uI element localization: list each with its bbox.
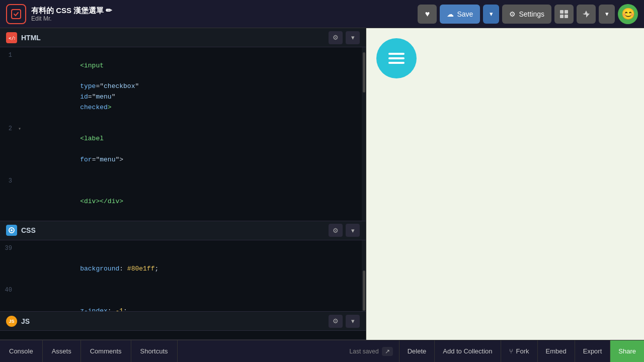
code-line: 3 <div></div> — [0, 176, 362, 218]
hamburger-icon — [388, 53, 405, 64]
js-panel: JS JS ⚙ ▾ — [0, 312, 366, 340]
header: 有料的 CSS 漢堡選單 ✏ Edit Mr. ♥ ☁ Save ▾ ⚙ Set… — [0, 0, 644, 28]
svg-point-7 — [11, 229, 13, 231]
css-panel-title: CSS — [21, 226, 36, 234]
html-panel: </> HTML ⚙ ▾ 1 <input — [0, 28, 366, 221]
css-lines[interactable]: 39 background: #80e1ff; 40 — [0, 240, 362, 311]
fork-button[interactable]: ⑂ Fork — [501, 340, 538, 362]
hamburger-line-3 — [388, 62, 405, 64]
grid-icon — [559, 10, 569, 19]
svg-rect-0 — [12, 10, 21, 19]
code-line: 40 z-index: -1; — [0, 285, 362, 311]
hamburger-line-1 — [388, 53, 405, 55]
console-label: Console — [9, 347, 33, 355]
share-button[interactable]: Share — [610, 340, 644, 362]
add-to-collection-button[interactable]: Add to Collection — [435, 340, 501, 362]
bottom-right-actions: Delete Add to Collection ⑂ Fork Embed Ex… — [399, 340, 644, 362]
svg-rect-3 — [560, 15, 564, 18]
comments-button[interactable]: Comments — [81, 340, 131, 362]
js-collapse-button[interactable]: ▾ — [346, 315, 360, 328]
html-icon: </> — [6, 32, 17, 43]
header-actions: ♥ ☁ Save ▾ ⚙ Settings ▾ 😊 — [418, 4, 638, 24]
open-external-button[interactable]: ↗ — [382, 347, 393, 356]
pin-icon — [582, 10, 591, 19]
code-line: 2 ▾ <label for="menu"> — [0, 124, 362, 176]
page-subtitle: Edit Mr. — [31, 15, 112, 22]
svg-rect-2 — [565, 10, 568, 14]
header-dropdown-button[interactable]: ▾ — [599, 5, 615, 24]
js-panel-title: JS — [21, 317, 30, 325]
layout-button[interactable] — [554, 5, 574, 24]
user-avatar-button[interactable]: 😊 — [618, 4, 638, 24]
bottom-toolbar: Console Assets Comments Shortcuts Last s… — [0, 340, 644, 362]
embed-button[interactable]: Embed — [538, 340, 575, 362]
gear-icon: ⚙ — [509, 10, 516, 18]
html-collapse-button[interactable]: ▾ — [346, 31, 360, 44]
css-settings-button[interactable]: ⚙ — [329, 224, 343, 237]
css-panel-header: CSS ⚙ ▾ — [0, 221, 366, 240]
delete-button[interactable]: Delete — [399, 340, 435, 362]
svg-text:</>: </> — [9, 36, 15, 41]
css-icon — [6, 225, 17, 236]
comments-label: Comments — [90, 347, 122, 355]
html-settings-button[interactable]: ⚙ — [329, 31, 343, 44]
fork-icon: ⑂ — [509, 347, 513, 355]
last-saved-status: Last saved ↗ — [350, 347, 393, 356]
code-panels: </> HTML ⚙ ▾ 1 <input — [0, 28, 366, 340]
code-line: 1 <input type="checkbox" id="menu" check… — [0, 50, 362, 124]
settings-button[interactable]: ⚙ Settings — [502, 5, 551, 24]
favorite-button[interactable]: ♥ — [418, 5, 437, 24]
cloud-icon: ☁ — [447, 10, 454, 18]
code-line: 39 background: #80e1ff; — [0, 243, 362, 285]
html-lines[interactable]: 1 <input type="checkbox" id="menu" check… — [0, 47, 362, 221]
page-title: 有料的 CSS 漢堡選單 ✏ — [31, 6, 112, 15]
save-button[interactable]: ☁ Save — [440, 5, 480, 24]
pin-button[interactable] — [577, 5, 596, 24]
html-scrollbar[interactable] — [362, 47, 366, 221]
assets-button[interactable]: Assets — [43, 340, 81, 362]
avatar-emoji: 😊 — [621, 8, 635, 21]
shortcuts-button[interactable]: Shortcuts — [131, 340, 178, 362]
svg-rect-4 — [565, 15, 568, 18]
export-button[interactable]: Export — [575, 340, 611, 362]
js-icon: JS — [6, 316, 17, 327]
svg-rect-1 — [560, 10, 564, 14]
logo-icon — [6, 4, 26, 24]
assets-label: Assets — [52, 347, 71, 355]
css-collapse-button[interactable]: ▾ — [346, 224, 360, 237]
main-content: </> HTML ⚙ ▾ 1 <input — [0, 28, 644, 340]
css-scrollbar[interactable] — [362, 240, 366, 311]
css-code-area: 39 background: #80e1ff; 40 — [0, 240, 366, 311]
hamburger-line-2 — [388, 57, 405, 59]
console-button[interactable]: Console — [0, 340, 43, 362]
html-panel-title: HTML — [21, 34, 41, 42]
js-panel-header: JS JS ⚙ ▾ — [0, 312, 366, 331]
shortcuts-label: Shortcuts — [140, 347, 168, 355]
preview-hamburger-button — [376, 38, 417, 78]
html-code-area: 1 <input type="checkbox" id="menu" check… — [0, 47, 366, 221]
html-panel-header: </> HTML ⚙ ▾ — [0, 28, 366, 47]
save-dropdown-button[interactable]: ▾ — [483, 5, 499, 24]
preview-panel — [366, 28, 644, 340]
css-panel: CSS ⚙ ▾ 39 background: #80e1ff; — [0, 221, 366, 312]
logo-section: 有料的 CSS 漢堡選單 ✏ Edit Mr. — [6, 4, 112, 24]
js-settings-button[interactable]: ⚙ — [329, 315, 343, 328]
